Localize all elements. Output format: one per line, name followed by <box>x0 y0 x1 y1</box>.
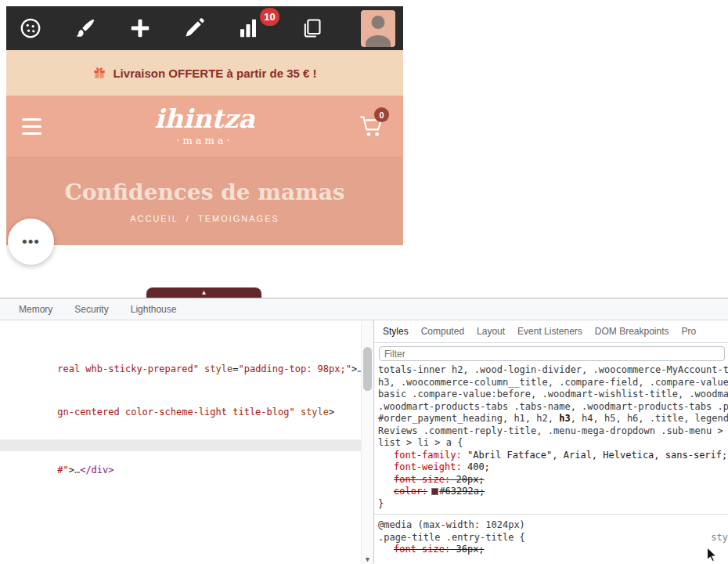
tab-security[interactable]: Security <box>63 304 119 315</box>
css-selector-line[interactable]: #order_payment_heading, h1, h2, h3, h4, … <box>378 413 728 425</box>
css-selector-line[interactable]: list > li > a { <box>378 437 728 450</box>
breadcrumb-current: TEMOIGNAGES <box>198 214 279 223</box>
browser-viewport: 10 Livraison OFFERT <box>6 6 403 298</box>
elements-scrollbar[interactable]: ▼ <box>361 320 373 564</box>
bar-chart-icon <box>236 16 260 40</box>
styles-panel: Styles Computed Layout Event Listeners D… <box>374 320 728 564</box>
breadcrumb-separator: / <box>186 214 190 223</box>
tab-styles[interactable]: Styles <box>377 326 415 337</box>
css-declaration-font-size-media-overridden[interactable]: font-size: 36px; <box>378 544 728 556</box>
chevron-up-icon: ▲ <box>201 289 207 296</box>
tab-dom-breakpoints[interactable]: DOM Breakpoints <box>589 326 676 337</box>
dom-node-header[interactable]: real whb-sticky-prepared" style="padding… <box>1 352 374 385</box>
tab-layout[interactable]: Layout <box>470 326 511 337</box>
screen: 10 Livraison OFFERT <box>0 0 728 564</box>
toolbar-item-stats[interactable]: 10 <box>236 16 260 40</box>
toolbar-item-customize[interactable] <box>74 16 97 40</box>
css-selector-line[interactable]: .woodmart-products-tabs .tabs-name, .woo… <box>378 401 728 414</box>
avatar-torso <box>366 35 391 47</box>
css-selector-line[interactable]: totals-inner h2, .wood-login-divider, .w… <box>378 364 728 377</box>
toolbar-item-dashboard[interactable] <box>19 16 42 40</box>
scrollbar-thumb[interactable] <box>363 347 372 391</box>
css-declaration-color-overridden[interactable]: color:#63292a; <box>378 486 728 498</box>
tab-memory[interactable]: Memory <box>8 304 63 315</box>
dashboard-icon <box>19 16 42 40</box>
stylesheet-source-link[interactable]: sty <box>711 532 728 544</box>
css-selector-line[interactable]: h3, .woocommerce-column__title, .compare… <box>378 377 728 389</box>
css-media-query[interactable]: @media (max-width: 1024px) <box>378 519 728 532</box>
devtools-tab-bar: Memory Security Lighthouse <box>0 298 728 320</box>
logo-secondary-text: ·mama· <box>154 135 254 146</box>
hamburger-menu-icon[interactable] <box>22 118 41 135</box>
pencil-icon <box>183 17 205 39</box>
gift-icon <box>92 66 106 80</box>
promo-text: Livraison OFFERTE à partir de 35 € ! <box>113 67 316 80</box>
css-rules: totals-inner h2, .wood-login-divider, .w… <box>374 364 728 556</box>
floating-options-button[interactable]: ••• <box>8 219 54 265</box>
page-content: ▲ <box>6 245 403 298</box>
cart-button[interactable]: 0 <box>358 113 387 139</box>
site-logo[interactable]: ihintza ·mama· <box>154 106 254 146</box>
elements-panel: real whb-sticky-prepared" style="padding… <box>0 320 374 564</box>
cta-button[interactable]: ▲ <box>146 287 261 298</box>
rule-separator <box>374 514 728 515</box>
color-swatch[interactable] <box>431 488 438 495</box>
css-declaration-font-family[interactable]: font-family: "Abril Fatface", Arial, Hel… <box>378 450 728 462</box>
admin-toolbar: 10 <box>6 6 403 50</box>
devtools-panels: real whb-sticky-prepared" style="padding… <box>0 320 728 564</box>
css-selector-line[interactable]: basic .compare-value:before, .woodmart-w… <box>378 389 728 401</box>
cart-count-badge: 0 <box>374 107 389 122</box>
toolbar-item-edit[interactable] <box>183 17 205 39</box>
toolbar-item-new[interactable] <box>128 16 152 40</box>
brush-icon <box>74 16 97 40</box>
dom-node-div[interactable]: #">…</div> <box>1 454 114 486</box>
devtools-panel: Memory Security Lighthouse real whb-stic… <box>0 298 728 564</box>
plus-icon <box>128 16 152 40</box>
mouse-cursor-icon <box>703 546 720 563</box>
promo-banner: Livraison OFFERTE à partir de 35 € ! <box>6 50 403 96</box>
update-count-badge: 10 <box>260 8 279 26</box>
css-close-brace: } <box>378 498 728 511</box>
css-declaration-font-weight[interactable]: font-weight: 400; <box>378 461 728 474</box>
admin-toolbar-icons: 10 <box>19 16 323 40</box>
page-hero: Confidences de mamas ACCUEIL / TEMOIGNAG… <box>6 157 403 245</box>
logo-primary-text: ihintza <box>154 106 254 133</box>
styles-tab-bar: Styles Computed Layout Event Listeners D… <box>374 320 728 343</box>
pages-icon <box>301 17 323 39</box>
breadcrumb-home-link[interactable]: ACCUEIL <box>130 214 178 223</box>
css-selector-line[interactable]: Reviews .comment-reply-title, .menu-mega… <box>378 425 728 438</box>
toolbar-item-pages[interactable] <box>301 17 323 39</box>
styles-filter-input[interactable] <box>379 346 725 361</box>
tab-lighthouse[interactable]: Lighthouse <box>120 304 188 315</box>
tab-computed[interactable]: Computed <box>415 326 470 337</box>
page-title: Confidences de mamas <box>64 179 344 205</box>
tab-properties[interactable]: Pro <box>676 326 703 337</box>
dom-node-title-blog[interactable]: gn-centered color-scheme-light title-blo… <box>1 396 334 428</box>
styles-filter-row <box>374 343 728 364</box>
site-header: ihintza ·mama· 0 <box>6 96 403 157</box>
selected-node-highlight[interactable] <box>0 439 361 451</box>
css-selector-line[interactable]: sty .page-title .entry-title { <box>378 532 728 544</box>
css-declaration-font-size-overridden[interactable]: font-size: 20px; <box>378 474 728 486</box>
avatar-head <box>372 16 385 29</box>
breadcrumb: ACCUEIL / TEMOIGNAGES <box>130 214 279 223</box>
tab-event-listeners[interactable]: Event Listeners <box>511 326 589 337</box>
user-avatar[interactable] <box>361 10 395 47</box>
arrow-down-icon[interactable]: ▼ <box>362 555 373 563</box>
